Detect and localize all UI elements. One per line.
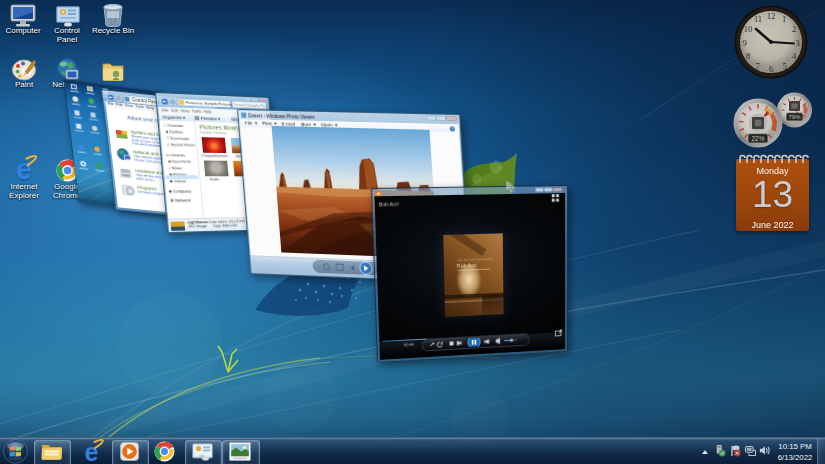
svg-text:9: 9 (742, 38, 746, 48)
svg-text:2: 2 (792, 24, 796, 34)
svg-text:10: 10 (744, 24, 753, 34)
svg-text:12: 12 (767, 11, 776, 21)
svg-text:8: 8 (746, 51, 750, 61)
svg-text:1: 1 (782, 14, 786, 24)
svg-text:6: 6 (769, 64, 773, 74)
svg-text:79%: 79% (788, 114, 801, 120)
svg-text:7: 7 (755, 61, 759, 71)
svg-text:3: 3 (795, 38, 799, 48)
svg-text:11: 11 (754, 14, 762, 24)
svg-text:22%: 22% (751, 135, 764, 142)
svg-text:5: 5 (782, 61, 786, 71)
